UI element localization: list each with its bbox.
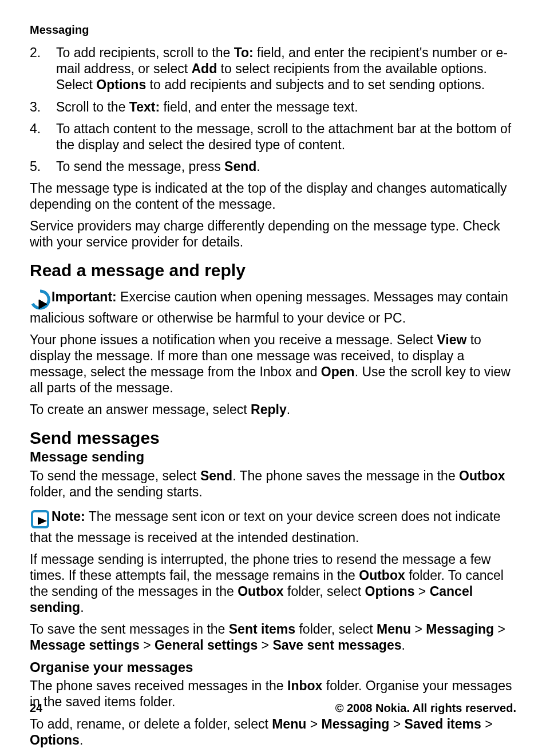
step-number: 4.	[30, 121, 56, 153]
note-text: The message sent icon or text on your de…	[30, 509, 501, 545]
step-item: 3.Scroll to the Text: field, and enter t…	[30, 99, 516, 115]
body-paragraph: Service providers may charge differently…	[30, 218, 516, 250]
step-number: 5.	[30, 158, 56, 174]
step-text: Scroll to the Text: field, and enter the…	[56, 99, 516, 115]
important-icon	[30, 289, 50, 313]
step-item: 2.To add recipients, scroll to the To: f…	[30, 45, 516, 93]
step-item: 5.To send the message, press Send.	[30, 158, 516, 174]
step-number: 3.	[30, 99, 56, 115]
body-paragraph: If message sending is interrupted, the p…	[30, 551, 516, 615]
body-paragraph: To create an answer message, select Repl…	[30, 401, 516, 417]
section-heading-read: Read a message and reply	[30, 260, 516, 281]
note-label: Note:	[52, 509, 85, 524]
page-number: 24	[30, 701, 42, 715]
copyright-text: © 2008 Nokia. All rights reserved.	[335, 701, 516, 715]
step-list: 2.To add recipients, scroll to the To: f…	[30, 45, 516, 174]
step-text: To send the message, press Send.	[56, 158, 516, 174]
body-paragraph: To add, rename, or delete a folder, sele…	[30, 716, 516, 748]
step-number: 2.	[30, 45, 56, 93]
subsection-heading-message-sending: Message sending	[30, 448, 516, 465]
body-paragraph: The message type is indicated at the top…	[30, 180, 516, 212]
section-heading-send: Send messages	[30, 428, 516, 449]
subsection-heading-organise: Organise your messages	[30, 659, 516, 675]
body-paragraph: To save the sent messages in the Sent it…	[30, 621, 516, 653]
step-text: To add recipients, scroll to the To: fie…	[56, 45, 516, 93]
step-text: To attach content to the message, scroll…	[56, 121, 516, 153]
body-paragraph: To send the message, select Send. The ph…	[30, 468, 516, 500]
note-icon	[30, 509, 50, 533]
important-block: Important: Exercise caution when opening…	[30, 286, 516, 326]
note-block: Note: The message sent icon or text on y…	[30, 506, 516, 546]
important-label: Important:	[52, 289, 117, 304]
page-footer: 24 © 2008 Nokia. All rights reserved.	[30, 701, 516, 715]
page-header: Messaging	[30, 23, 516, 37]
body-paragraph: Your phone issues a notification when yo…	[30, 332, 516, 396]
step-item: 4.To attach content to the message, scro…	[30, 121, 516, 153]
